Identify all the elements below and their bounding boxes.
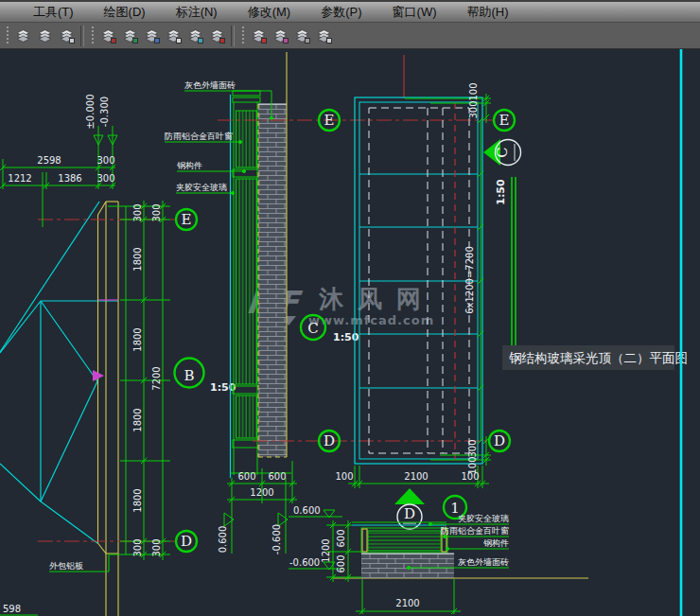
drawing-title-text: 钢结构玻璃采光顶（二）平面图 <box>509 350 688 365</box>
brick-base-hatch <box>361 554 454 578</box>
label-gray-tile: 灰色外墙面砖 <box>184 80 236 90</box>
layer-merge-icon[interactable] <box>270 25 291 46</box>
label-louver: 防雨铝合金百叶窗 <box>165 132 233 141</box>
watermark-url: www.mfcad.com <box>308 313 434 327</box>
icon-badge <box>261 38 267 44</box>
label-glass: 夹胶安全玻璃 <box>176 183 227 192</box>
cad-application-window: 工具(T) 绘图(D) 标注(N) 修改(M) 参数(P) 窗口(W) 帮助(H… <box>0 0 700 616</box>
view-letter-b: B <box>184 367 194 384</box>
detail-view: 600 600 1200 0.600 -0.600 2100 夹胶安全玻璃 防雨… <box>289 505 588 614</box>
icon-badge <box>219 38 225 44</box>
layer-state-icon[interactable] <box>34 25 56 46</box>
section-marker-d: D <box>394 488 425 529</box>
dim-2598: 2598 <box>37 155 61 166</box>
layer-thaw-icon[interactable] <box>163 25 184 46</box>
layer-delete-icon[interactable] <box>248 25 270 46</box>
view-letter-c: C <box>307 320 318 337</box>
section-letter-c: C <box>494 147 511 157</box>
icon-badge <box>111 38 116 44</box>
dim-1386: 1386 <box>58 173 81 184</box>
dim-100: 100 <box>461 471 479 482</box>
level-up: 0.600 <box>218 526 228 554</box>
chain-dim: 300 <box>132 203 143 221</box>
chain-dim: 1800 <box>132 247 143 271</box>
level-down: -0.600 <box>289 557 320 568</box>
axis-letter-e: E <box>182 211 192 228</box>
menu-tools[interactable]: 工具(T) <box>25 2 82 23</box>
level-up: 0.600 <box>293 505 321 516</box>
layer-isolate-icon[interactable] <box>184 25 206 46</box>
toolbar-grip[interactable] <box>90 26 95 45</box>
layer-unlock-icon[interactable] <box>313 25 335 46</box>
chain-dim-outer: 7200 <box>151 366 162 390</box>
truss-lines <box>0 202 118 543</box>
dim-600: 600 <box>268 471 286 482</box>
layers-icon[interactable] <box>12 25 34 46</box>
label-cladding: 外包铝板 <box>49 561 83 571</box>
label-louver: 防雨铝合金百叶窗 <box>441 526 509 536</box>
level-down: -0.600 <box>271 524 282 554</box>
dim-bays: 6x1200=7200 <box>464 246 475 314</box>
menu-window[interactable]: 窗口(W) <box>384 2 446 23</box>
dim-100: 100 <box>468 82 479 100</box>
axis-letter-d: D <box>494 432 505 449</box>
dim-partial-598: 598 <box>3 604 21 614</box>
section-marker-c: C <box>483 139 521 166</box>
section-letter-d: D <box>404 505 415 522</box>
toolbar-group <box>12 25 78 46</box>
icon-badge <box>154 38 160 44</box>
drawing-canvas[interactable]: MF 沐风网 www.mfcad.com <box>0 49 700 616</box>
menu-bar: 工具(T) 绘图(D) 标注(N) 修改(M) 参数(P) 窗口(W) 帮助(H… <box>0 0 700 23</box>
menu-dimension[interactable]: 标注(N) <box>167 2 226 23</box>
connector-marks <box>93 300 117 381</box>
icon-badge <box>283 38 289 44</box>
chain-dim: 1800 <box>132 327 143 351</box>
axis-letter-d: D <box>324 432 335 449</box>
drawing-title[interactable]: 钢结构玻璃采光顶（二）平面图 <box>502 345 688 370</box>
watermark-brand: 沐风网 <box>318 285 435 313</box>
layer-on-icon[interactable] <box>119 25 141 46</box>
toolbar-groups <box>2 25 335 46</box>
layer-lock-icon[interactable] <box>291 25 313 46</box>
menu-draw[interactable]: 绘图(D) <box>96 2 154 23</box>
icon-badge <box>198 38 203 44</box>
icon-badge <box>69 38 75 44</box>
toolbar-grip[interactable] <box>5 26 9 45</box>
dim-300: 300 <box>96 173 114 184</box>
layer-walk-icon[interactable] <box>206 25 228 46</box>
dim-300: 300 <box>468 100 479 118</box>
icon-badge <box>132 38 138 44</box>
layer-freeze-icon[interactable] <box>141 25 163 46</box>
layer-toolbar <box>0 23 700 49</box>
cad-drawing: MF 沐风网 www.mfcad.com <box>0 49 700 616</box>
chain-dim-outer: 300 <box>151 538 162 556</box>
layer-properties-icon[interactable] <box>56 25 78 46</box>
chain-dim: 1800 <box>132 488 143 512</box>
dim-1212: 1212 <box>8 173 31 184</box>
icon-badge <box>305 38 310 44</box>
dim-300: 300 <box>467 439 478 457</box>
column-lines <box>98 202 119 616</box>
toolbar-group <box>97 25 228 46</box>
label-glass: 夹胶安全玻璃 <box>458 514 509 523</box>
menu-modify[interactable]: 修改(M) <box>239 2 300 23</box>
dim-2100: 2100 <box>395 598 419 608</box>
label-tile: 灰色外墙面砖 <box>458 557 509 567</box>
scale-label-plan: 1:50 <box>495 179 507 205</box>
menu-parameters[interactable]: 参数(P) <box>312 2 370 23</box>
layer-off-icon[interactable] <box>97 25 119 46</box>
dim-600: 600 <box>237 471 255 482</box>
chain-dim-outer: 300 <box>151 203 162 221</box>
toolbar-separator <box>80 26 84 46</box>
brick-wall-hatch <box>258 104 287 457</box>
level-minus-300: -0.300 <box>99 97 110 127</box>
level-zero: ±0.000 <box>85 94 96 129</box>
toolbar-grip[interactable] <box>240 26 245 45</box>
menu-help[interactable]: 帮助(H) <box>458 2 516 23</box>
dim-600: 600 <box>336 554 346 572</box>
axis-letter-d: D <box>181 533 192 550</box>
label-steel: 钢构件 <box>483 538 509 548</box>
toolbar-separator <box>231 26 235 46</box>
icon-badge <box>176 38 182 44</box>
chain-dim: 1800 <box>132 408 143 431</box>
